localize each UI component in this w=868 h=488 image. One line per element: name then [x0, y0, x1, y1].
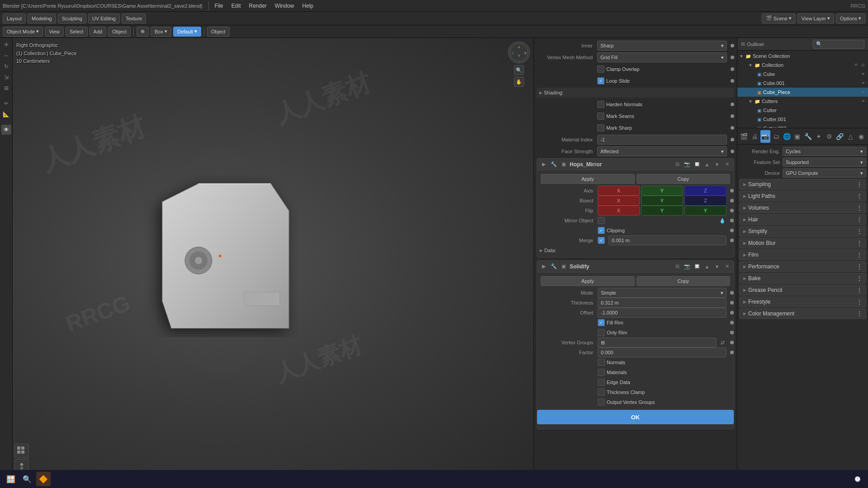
- prop-icon-physics[interactable]: ⚙: [825, 130, 835, 143]
- viewport[interactable]: 人人素材 RRCG 人人素材 RRCG 人人素材: [13, 38, 533, 475]
- mirror-axis-z[interactable]: Z: [684, 186, 726, 196]
- solidify-down-icon[interactable]: ▼: [713, 263, 721, 271]
- mirror-object-checkbox[interactable]: [598, 217, 605, 224]
- clamp-dot[interactable]: [731, 67, 734, 71]
- film-section-header[interactable]: ▶ Film ⋮: [739, 249, 866, 260]
- ok-button[interactable]: OK: [537, 410, 734, 424]
- pan-btn[interactable]: ✋: [514, 77, 524, 87]
- menu-render[interactable]: Render: [245, 2, 270, 10]
- hops-mirror-toggle[interactable]: ▶: [540, 160, 548, 169]
- sidebar-move[interactable]: ↔: [1, 51, 11, 61]
- prop-icon-output[interactable]: 🖨: [750, 130, 760, 143]
- taskbar-search[interactable]: 🔍: [20, 472, 34, 486]
- solidify-thickness-dot[interactable]: [730, 301, 734, 305]
- taskbar-blender[interactable]: 🔶: [36, 472, 51, 486]
- workspace-sculpting[interactable]: Sculpting: [58, 14, 86, 23]
- prop-icon-render[interactable]: 📷: [760, 130, 770, 143]
- prop-icon-object[interactable]: ▣: [793, 130, 802, 143]
- face-strength-dropdown[interactable]: Affected ▾: [597, 146, 727, 156]
- mirror-bisect-z[interactable]: Z: [684, 196, 726, 206]
- collection-exclude-btn[interactable]: ⊞: [860, 62, 866, 68]
- mirror-flip-x[interactable]: X: [598, 206, 640, 216]
- harden-dot[interactable]: [731, 103, 734, 106]
- sampling-section-header[interactable]: ▶ Sampling ⋮: [739, 179, 866, 190]
- nav-cube[interactable]: ▲ X Y Z: [508, 42, 530, 63]
- tree-scene-collection[interactable]: ▼ 📁 Scene Collection: [737, 52, 868, 61]
- solidify-close-icon[interactable]: ✕: [723, 263, 731, 271]
- sidebar-annotate[interactable]: ✏: [1, 99, 11, 108]
- prop-icon-material[interactable]: ◉: [856, 130, 866, 143]
- mirror-bisect-x[interactable]: X: [598, 196, 640, 206]
- menu-window[interactable]: Window: [271, 2, 298, 10]
- loop-slide-dot[interactable]: [731, 79, 734, 83]
- solidify-normals-checkbox[interactable]: [598, 359, 605, 366]
- prop-icon-modifier[interactable]: 🔧: [803, 130, 813, 143]
- solidify-offset-value[interactable]: -1.0000: [598, 308, 726, 318]
- overlay-btn[interactable]: Object: [207, 27, 230, 37]
- vertex-mesh-dropdown[interactable]: Grid Fill ▾: [597, 52, 727, 62]
- mirror-object-eyedropper[interactable]: 💧: [718, 216, 726, 225]
- material-index-value[interactable]: -1: [597, 135, 727, 145]
- tree-cutter001[interactable]: ▣ Cutter.001: [737, 115, 868, 124]
- mirror-merge-checkbox[interactable]: ✓: [598, 237, 605, 244]
- solidify-filter-icon[interactable]: ⊟: [673, 263, 681, 271]
- solidify-vg-dot[interactable]: [730, 341, 734, 344]
- hair-section-header[interactable]: ▶ Hair ⋮: [739, 214, 866, 225]
- collection-hide-btn[interactable]: 👁: [853, 62, 859, 68]
- tree-cube[interactable]: ▣ Cube 👁: [737, 70, 868, 79]
- volumes-section-header[interactable]: ▶ Volumes ⋮: [739, 202, 866, 213]
- tree-cutters[interactable]: ▼ 📁 Cutters 👁: [737, 97, 868, 106]
- mirror-bisect-y[interactable]: Y: [641, 196, 683, 206]
- solidify-onlyrim-checkbox[interactable]: [598, 329, 605, 336]
- sidebar-view[interactable]: 👁: [1, 125, 11, 135]
- hops-mirror-down-icon[interactable]: ▼: [713, 160, 721, 169]
- menu-edit[interactable]: Edit: [228, 2, 245, 10]
- solidify-factor-value[interactable]: 0.000: [598, 347, 726, 357]
- cube001-hide-btn[interactable]: 👁: [860, 80, 866, 86]
- prop-icon-objectdata[interactable]: △: [846, 130, 856, 143]
- mirror-axis-dot[interactable]: [730, 189, 734, 192]
- sidebar-transform[interactable]: ⊞: [1, 83, 11, 93]
- mark-seams-dot[interactable]: [731, 114, 734, 118]
- material-index-dot[interactable]: [731, 138, 734, 141]
- select-btn[interactable]: Select: [66, 27, 88, 37]
- tree-cutter002[interactable]: ▣ Cutter.002: [737, 124, 868, 128]
- workspace-uv[interactable]: UV Editing: [88, 14, 120, 23]
- workspace-layout[interactable]: Layout: [3, 14, 26, 23]
- solidify-copy-btn[interactable]: Copy: [637, 276, 731, 286]
- grease-pencil-section-header[interactable]: ▶ Grease Pencil ⋮: [739, 285, 866, 296]
- simplify-section-header[interactable]: ▶ Simplify ⋮: [739, 226, 866, 237]
- view-btn[interactable]: View: [45, 27, 64, 37]
- solidify-vg-value[interactable]: ⊞: [598, 338, 717, 347]
- mirror-clipping-dot[interactable]: [730, 229, 734, 232]
- device-value[interactable]: GPU Compute ▾: [783, 169, 866, 178]
- solidify-apply-btn[interactable]: Apply: [541, 276, 635, 286]
- workspace-modeling[interactable]: Modeling: [28, 14, 56, 23]
- prop-icon-constraints[interactable]: 🔗: [835, 130, 845, 143]
- bake-section-header[interactable]: ▶ Bake ⋮: [739, 273, 866, 284]
- solidify-thicknessclamp-checkbox[interactable]: [598, 389, 605, 396]
- motion-blur-section-header[interactable]: ▶ Motion Blur ⋮: [739, 238, 866, 249]
- view-layer-btn[interactable]: View Layer ▾: [797, 14, 834, 23]
- sidebar-measure[interactable]: 📐: [1, 109, 11, 119]
- prop-icon-particles[interactable]: ✦: [814, 130, 824, 143]
- hops-mirror-camera-icon[interactable]: 📷: [683, 160, 691, 169]
- mirror-copy-btn[interactable]: Copy: [637, 174, 731, 184]
- options-btn[interactable]: Options ▾: [836, 14, 865, 23]
- prop-icon-viewlayer[interactable]: 🗂: [771, 130, 781, 143]
- zoom-btn[interactable]: 🔍: [514, 65, 524, 75]
- mirror-data-section[interactable]: ▶ Data:: [537, 245, 734, 255]
- solidify-vg-arrows[interactable]: ⇄: [718, 338, 726, 347]
- solidify-render-icon[interactable]: 🔲: [693, 263, 701, 271]
- color-management-section-header[interactable]: ▶ Color Management ⋮: [739, 308, 866, 319]
- solidify-edgedata-checkbox[interactable]: [598, 379, 605, 386]
- harden-checkbox[interactable]: [597, 101, 604, 108]
- menu-help[interactable]: Help: [299, 2, 317, 10]
- tree-cube001[interactable]: ▣ Cube.001 👁: [737, 79, 868, 88]
- sidebar-cursor[interactable]: ✛: [1, 40, 11, 50]
- clamp-checkbox[interactable]: [597, 66, 604, 73]
- mark-sharp-dot[interactable]: [731, 126, 734, 130]
- solidify-fillrim-checkbox[interactable]: ✓: [598, 319, 605, 326]
- tree-cube-piece[interactable]: ▣ Cube_Piece 👁: [737, 88, 868, 97]
- solidify-onlyrim-dot[interactable]: [730, 331, 734, 334]
